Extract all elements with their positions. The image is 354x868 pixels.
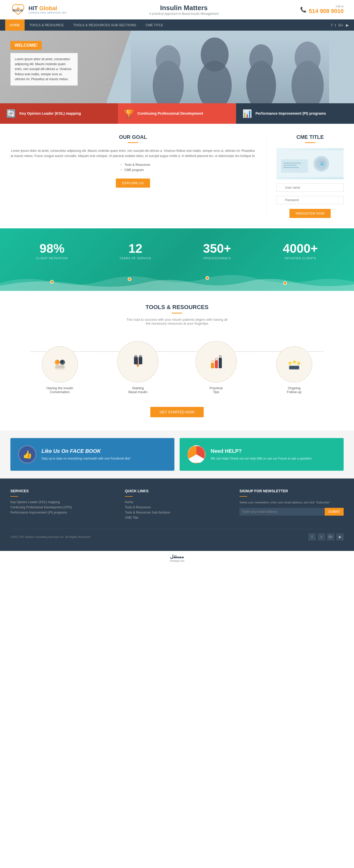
get-started-button[interactable]: GET STARTED NOW — [150, 407, 204, 417]
youtube-nav-icon[interactable]: ▶ — [346, 23, 349, 27]
svg-rect-47 — [289, 366, 299, 369]
twitter-nav-icon[interactable]: t — [335, 23, 336, 27]
footer-newsletter: SIGNUP FOR NEWSLETTER Select your newsle… — [240, 489, 344, 521]
cme-image: 🩺 — [277, 148, 344, 179]
stat-professionals-number: 350+ — [203, 241, 231, 256]
footer-quicklinks-tools[interactable]: Tools & Resources — [125, 505, 229, 509]
stat-retention: 98% CLIENT RETENTION — [36, 241, 68, 260]
kol-icon: 🔄 — [6, 109, 16, 118]
wave-svg — [0, 270, 354, 291]
our-goal-list: Tools & Resources CME program — [121, 163, 150, 173]
footer-twitter-icon[interactable]: t — [318, 533, 325, 540]
newsletter-email-input[interactable] — [240, 508, 325, 516]
stats-grid: 98% CLIENT RETENTION 12 YEARS OF SERVICE… — [10, 241, 344, 260]
cme-title: CME TITLE — [277, 134, 344, 140]
footer-services-item-3[interactable]: Performance Improvement (PI) programs — [10, 511, 114, 514]
tool-label-conversation: Having the InsulinConversation — [46, 386, 73, 394]
svg-point-8 — [249, 44, 273, 74]
svg-point-7 — [198, 61, 232, 103]
footer-quicklinks-cme[interactable]: CME Title — [125, 516, 229, 520]
svg-text:⭐: ⭐ — [292, 360, 297, 364]
svg-point-23 — [284, 282, 287, 285]
cta-facebook-title: Like Us On FACE BOOK — [41, 448, 131, 454]
nav-item-tools-sub[interactable]: TOOLS & RESOURCES SUB-SECTIONS — [68, 20, 141, 31]
mostaql-bar: مستقل mostaql.com — [0, 551, 354, 565]
svg-point-28 — [60, 360, 64, 363]
cpd-title: Continuing Professional Development — [137, 111, 203, 116]
nav-item-tools[interactable]: TOOLS & RESOURCE — [25, 20, 68, 31]
contact-number: 514 908 9010 — [309, 8, 344, 14]
stat-clients-label: SATISFIED CLIENTS — [283, 257, 318, 260]
register-button[interactable]: RREGISTER NOW — [289, 209, 331, 218]
footer-newsletter-divider — [240, 496, 247, 497]
stat-retention-label: CLIENT RETENTION — [36, 257, 68, 260]
tool-item-tips[interactable]: PracticalTips — [177, 341, 255, 394]
tools-section: TOOLS & RESOURCES The road to success wi… — [0, 291, 354, 430]
feature-box-pi[interactable]: 📊 Performance Improvement (PI) programs — [236, 103, 354, 124]
feature-box-cpd[interactable]: 🏆 Continuing Professional Development — [118, 103, 236, 124]
tool-circle-starting — [117, 341, 158, 382]
footer-services: SERVICES Key Opinion Leader (KOL) mappin… — [10, 489, 114, 521]
cta-help-title: Need HELP? — [211, 448, 313, 454]
svg-point-41 — [215, 358, 217, 360]
header: INSULIN HIT Global CONSULTING SERVICES I… — [0, 0, 354, 20]
svg-text:🩺: 🩺 — [319, 161, 324, 166]
footer-grid: SERVICES Key Opinion Leader (KOL) mappin… — [10, 489, 344, 521]
googleplus-nav-icon[interactable]: G+ — [339, 23, 343, 27]
cta-facebook-desc: Stay up to date on everything machealth … — [41, 456, 131, 461]
logo-icon: INSULIN — [10, 3, 26, 16]
footer-facebook-icon[interactable]: f — [308, 533, 316, 540]
stat-years-label: YEARS OF SERVICE — [119, 257, 151, 260]
feature-box-kol[interactable]: 🔄 Key Opinion Leader (KOL) mapping — [0, 103, 118, 124]
cme-section: CME TITLE 🩺 👤 🔒 RREGISTER NOW — [266, 134, 344, 218]
tool-label-starting: StartingBasal Insulin — [128, 386, 147, 394]
footer-googleplus-icon[interactable]: G+ — [327, 533, 334, 540]
password-input[interactable] — [277, 196, 344, 204]
svg-point-5 — [153, 61, 184, 103]
cta-facebook-box[interactable]: 👍 Like Us On FACE BOOK Stay up to date o… — [10, 438, 174, 471]
svg-point-4 — [156, 45, 181, 76]
stat-clients: 4000+ SATISFIED CLIENTS — [283, 241, 318, 260]
explore-button[interactable]: EXPLORE US — [116, 179, 150, 188]
stats-section: 98% CLIENT RETENTION 12 YEARS OF SERVICE… — [0, 228, 354, 291]
tool-circle-followup: ⭐ ⭐ ⭐ — [276, 346, 312, 382]
logo-area: INSULIN HIT Global CONSULTING SERVICES I… — [10, 3, 68, 16]
facebook-thumb-icon: 👍 — [18, 445, 36, 463]
footer-quicklinks-tools-sub[interactable]: Tools & Resources Sub-Sections — [125, 511, 229, 514]
svg-rect-16 — [283, 165, 297, 165]
svg-rect-3 — [106, 31, 354, 103]
nav-item-home[interactable]: HOME — [5, 20, 25, 31]
footer-quick-links: QUICK LINKS Home Tools & Resources Tools… — [125, 489, 229, 521]
tool-item-followup[interactable]: ⭐ ⭐ ⭐ OngoingFollow-up — [255, 346, 333, 394]
hero-doctors-image — [106, 31, 354, 103]
tool-circle-conversation — [42, 346, 78, 382]
svg-point-6 — [201, 37, 228, 71]
footer-services-item-1[interactable]: Key Opinion Leader (KOL) mapping — [10, 500, 114, 504]
footer-youtube-icon[interactable]: ▶ — [337, 533, 344, 540]
footer-quicklinks-home[interactable]: Home — [125, 500, 229, 504]
mostaql-domain: mostaql.com — [3, 559, 351, 562]
username-input[interactable] — [277, 183, 344, 192]
tool-item-starting[interactable]: StartingBasal Insulin — [99, 341, 177, 394]
footer-services-item-2[interactable]: Continuing Professional Development (CPD… — [10, 505, 114, 509]
footer-newsletter-form: SUBMIT — [240, 508, 344, 516]
facebook-nav-icon[interactable]: f — [331, 23, 332, 27]
footer-quicklinks-heading: QUICK LINKS — [125, 489, 229, 493]
svg-rect-39 — [219, 358, 222, 368]
svg-point-22 — [206, 276, 209, 279]
tool-item-conversation[interactable]: Having the InsulinConversation — [21, 346, 99, 394]
mostaql-logo-text: مستقل — [3, 554, 351, 559]
svg-rect-2 — [106, 31, 354, 103]
contact-area: 📞 Call us 514 908 9010 — [300, 5, 344, 14]
newsletter-submit-button[interactable]: SUBMIT — [325, 508, 344, 516]
cta-help-box[interactable]: Need HELP? We can help! Check out our he… — [180, 438, 344, 471]
hero-section: WELCOME! Lorem ipsum dolor sit amet, con… — [0, 31, 354, 103]
footer-newsletter-desc: Select your newsletters, enter your emai… — [240, 500, 344, 505]
pi-icon: 📊 — [242, 109, 252, 118]
welcome-badge: WELCOME! — [10, 41, 42, 50]
goal-list-item-1: Tools & Resources — [121, 163, 150, 166]
stat-retention-number: 98% — [36, 241, 68, 256]
password-wrapper: 🔒 — [277, 196, 344, 206]
nav-item-cme[interactable]: CME TITLE — [141, 20, 168, 31]
logo-hit: HIT — [29, 5, 39, 11]
